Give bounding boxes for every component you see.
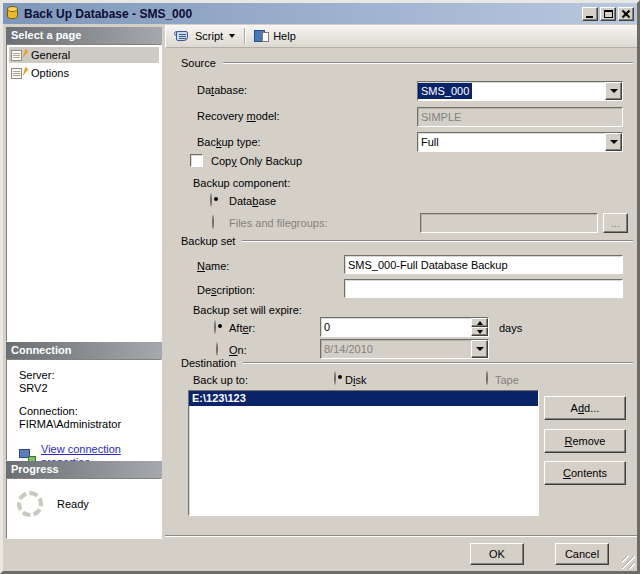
ok-button[interactable]: OK bbox=[470, 543, 524, 565]
window-title: Back Up Database - SMS_000 bbox=[24, 7, 582, 21]
description-field[interactable] bbox=[344, 279, 623, 298]
copy-only-backup-checkbox[interactable] bbox=[190, 154, 203, 167]
after-days-spinner[interactable]: 0 bbox=[320, 317, 489, 337]
chevron-down-icon bbox=[477, 330, 483, 334]
sidebar: Select a page General Options Connection… bbox=[4, 25, 164, 571]
script-icon bbox=[175, 30, 191, 43]
backup-type-combobox[interactable]: Full bbox=[417, 132, 623, 152]
progress-spinner-icon bbox=[17, 491, 43, 517]
on-radio[interactable] bbox=[216, 342, 218, 356]
days-unit-label: days bbox=[499, 322, 522, 335]
back-up-to-label: Back up to: bbox=[193, 374, 248, 387]
destination-group-title: Destination bbox=[181, 357, 236, 369]
remove-button[interactable]: Remove bbox=[544, 429, 626, 453]
connection-value: FIRMA\Administrator bbox=[19, 418, 161, 431]
toolbar: Script Help bbox=[165, 25, 637, 48]
sidebar-item-label: Options bbox=[31, 67, 69, 79]
sidebar-item-options[interactable]: Options bbox=[9, 65, 159, 81]
after-days-value: 0 bbox=[321, 319, 333, 335]
chevron-down-icon bbox=[610, 89, 618, 93]
help-label: Help bbox=[273, 30, 296, 42]
backup-database-dialog: Back Up Database - SMS_000 Select a page… bbox=[0, 0, 640, 574]
help-button[interactable]: Help bbox=[250, 28, 300, 45]
on-date-value: 8/14/2010 bbox=[321, 341, 376, 357]
select-a-page-panel: Select a page General Options bbox=[6, 27, 162, 342]
on-date-combobox: 8/14/2010 bbox=[320, 339, 489, 359]
general-page: Source Database: SMS_000 Recovery model:… bbox=[165, 48, 637, 535]
add-button[interactable]: Add... bbox=[544, 396, 626, 420]
destination-listbox[interactable]: E:\123\123 bbox=[188, 390, 539, 516]
help-icon bbox=[254, 30, 269, 43]
dropdown-button[interactable] bbox=[605, 82, 622, 100]
close-button[interactable] bbox=[618, 7, 634, 21]
select-a-page-header: Select a page bbox=[6, 27, 162, 44]
progress-status: Ready bbox=[57, 498, 89, 510]
maximize-button[interactable] bbox=[600, 7, 616, 21]
destination-path-item[interactable]: E:\123\123 bbox=[189, 391, 538, 406]
footer-bar: OK Cancel bbox=[165, 535, 637, 571]
connection-panel: Connection Server: SRV2 Connection: FIRM… bbox=[6, 342, 162, 461]
chevron-down-icon bbox=[229, 34, 235, 38]
recovery-model-value: SIMPLE bbox=[418, 109, 464, 125]
backup-type-value: Full bbox=[418, 134, 442, 150]
after-radio-label[interactable]: After: bbox=[229, 322, 255, 335]
chevron-down-icon bbox=[610, 140, 618, 144]
on-radio-label[interactable]: On: bbox=[229, 344, 247, 357]
destination-group: Destination bbox=[181, 357, 633, 369]
backup-type-label: Backup type: bbox=[197, 136, 261, 149]
page-icon bbox=[11, 49, 26, 62]
contents-button[interactable]: Contents bbox=[544, 461, 626, 485]
dropdown-button[interactable] bbox=[605, 133, 622, 151]
main-area: Script Help Source Database: SMS_000 Rec… bbox=[165, 25, 637, 571]
recovery-model-field: SIMPLE bbox=[417, 107, 623, 127]
server-value: SRV2 bbox=[19, 382, 161, 395]
browse-button: ... bbox=[603, 213, 628, 233]
group-divider bbox=[242, 240, 633, 242]
cancel-button[interactable]: Cancel bbox=[555, 543, 609, 565]
database-radio[interactable] bbox=[210, 193, 212, 207]
database-label: Database: bbox=[197, 84, 247, 97]
files-filegroups-label: Files and filegroups: bbox=[229, 217, 327, 230]
maximize-icon bbox=[604, 10, 613, 18]
progress-panel: Progress Ready bbox=[6, 461, 162, 539]
disk-radio-label[interactable]: Disk bbox=[345, 374, 366, 387]
recovery-model-label: Recovery model: bbox=[197, 110, 280, 123]
group-divider bbox=[223, 62, 633, 64]
files-filegroups-field bbox=[420, 213, 598, 233]
backup-set-group-title: Backup set bbox=[181, 235, 235, 247]
chevron-up-icon bbox=[477, 321, 483, 325]
title-bar[interactable]: Back Up Database - SMS_000 bbox=[3, 3, 637, 24]
database-radio-label[interactable]: Database bbox=[229, 195, 276, 208]
spin-down-button[interactable] bbox=[471, 327, 488, 336]
backup-set-group: Backup set bbox=[181, 235, 633, 247]
disk-radio[interactable] bbox=[334, 371, 336, 385]
script-button[interactable]: Script bbox=[171, 28, 239, 45]
connection-label: Connection: bbox=[19, 405, 161, 418]
database-icon bbox=[7, 6, 20, 21]
after-radio[interactable] bbox=[214, 320, 216, 334]
expire-label: Backup set will expire: bbox=[193, 304, 302, 317]
server-label: Server: bbox=[19, 369, 161, 382]
spin-up-button[interactable] bbox=[471, 318, 488, 327]
page-icon bbox=[11, 67, 26, 80]
name-input[interactable] bbox=[345, 259, 622, 271]
name-field[interactable] bbox=[344, 255, 623, 274]
minimize-icon bbox=[586, 16, 593, 18]
minimize-button[interactable] bbox=[582, 7, 598, 21]
toolbar-separator bbox=[244, 28, 245, 44]
dropdown-button bbox=[471, 340, 488, 358]
source-group-title: Source bbox=[181, 57, 216, 69]
database-selected-value: SMS_000 bbox=[418, 83, 472, 99]
connection-header: Connection bbox=[6, 342, 162, 359]
description-label: Description: bbox=[197, 284, 255, 297]
source-group: Source bbox=[181, 57, 633, 69]
files-filegroups-radio bbox=[212, 215, 214, 229]
name-label: Name: bbox=[197, 260, 229, 273]
backup-component-label: Backup component: bbox=[193, 177, 290, 190]
resize-grip[interactable] bbox=[622, 556, 635, 569]
database-combobox[interactable]: SMS_000 bbox=[417, 81, 623, 101]
chevron-down-icon bbox=[476, 347, 484, 351]
copy-only-backup-label[interactable]: Copy Only Backup bbox=[211, 155, 302, 168]
description-input[interactable] bbox=[345, 283, 622, 295]
sidebar-item-general[interactable]: General bbox=[9, 47, 159, 63]
